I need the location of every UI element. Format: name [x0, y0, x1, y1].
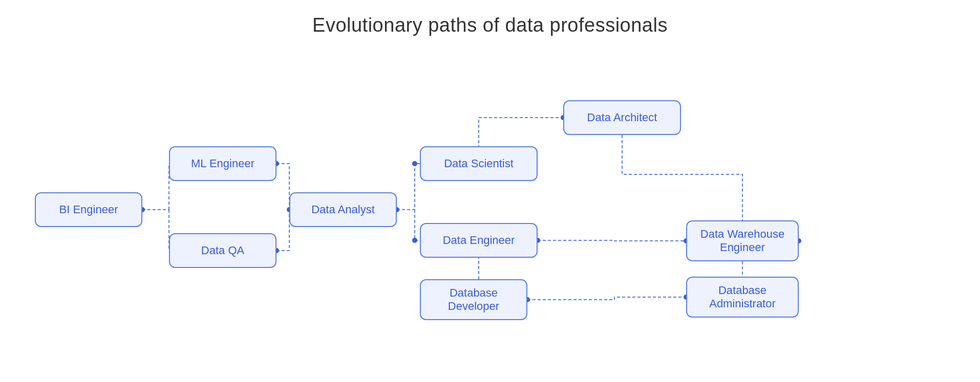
database-developer-node: DatabaseDeveloper	[420, 279, 527, 320]
bi-engineer-node: BI Engineer	[35, 192, 142, 227]
database-administrator-node: DatabaseAdministrator	[686, 277, 799, 318]
data-architect-node: Data Architect	[563, 100, 681, 135]
page-title: Evolutionary paths of data professionals	[0, 0, 980, 36]
connections-svg	[0, 41, 980, 382]
data-engineer-node: Data Engineer	[420, 223, 538, 258]
data-warehouse-engineer-node: Data WarehouseEngineer	[686, 220, 799, 261]
svg-point-6	[412, 238, 417, 243]
svg-point-5	[412, 161, 417, 166]
data-analyst-node: Data Analyst	[289, 192, 397, 227]
data-scientist-node: Data Scientist	[420, 146, 538, 181]
ml-engineer-node: ML Engineer	[169, 146, 276, 181]
data-qa-node: Data QA	[169, 233, 276, 268]
diagram-container: BI Engineer ML Engineer Data QA Data Ana…	[0, 41, 980, 382]
